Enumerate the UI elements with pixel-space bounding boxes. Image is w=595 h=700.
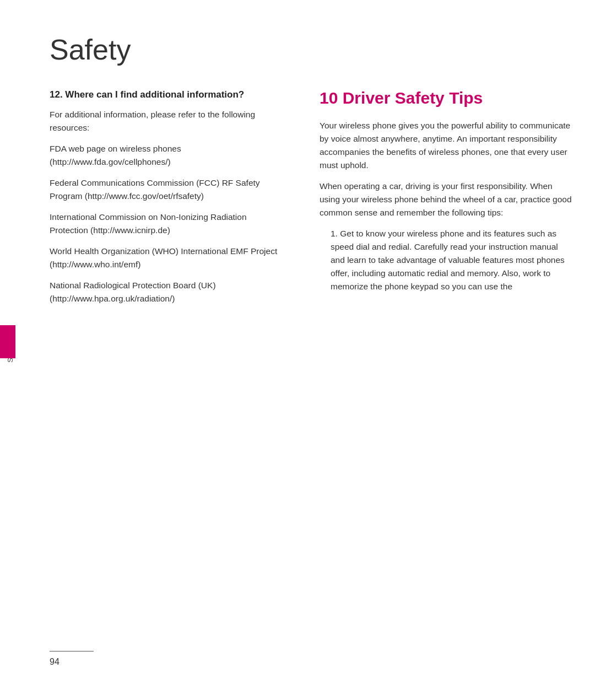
left-column: 12. Where can I find additional informat… (50, 88, 286, 667)
intro-text: For additional information, please refer… (50, 108, 286, 134)
resource-item-3: International Commission on Non-Ionizing… (50, 211, 286, 237)
main-content: Safety 12. Where can I find additional i… (28, 0, 595, 700)
page-title: Safety (50, 33, 573, 66)
list-item-1: 1. Get to know your wireless phone and i… (320, 227, 573, 293)
resource-item-1: FDA web page on wireless phones (http://… (50, 142, 286, 169)
section-heading: 12. Where can I find additional informat… (50, 88, 286, 101)
resource-item-4: World Health Organization (WHO) Internat… (50, 245, 286, 271)
resource-item-2: Federal Communications Commission (FCC) … (50, 176, 286, 203)
two-column-layout: 12. Where can I find additional informat… (50, 88, 573, 667)
paragraph-2: When operating a car, driving is your fi… (320, 180, 573, 219)
paragraph-1: Your wireless phone gives you the powerf… (320, 119, 573, 172)
chapter-heading: 10 Driver Safety Tips (320, 88, 573, 108)
footer-line (50, 651, 94, 652)
footer: 94 (50, 651, 94, 667)
resource-item-5: National Radiological Protection Board (… (50, 279, 286, 305)
right-column: 10 Driver Safety Tips Your wireless phon… (320, 88, 573, 667)
sidebar-bar (0, 325, 15, 358)
page-number: 94 (50, 657, 60, 666)
page-container: Safety Safety 12. Where can I find addit… (0, 0, 595, 700)
